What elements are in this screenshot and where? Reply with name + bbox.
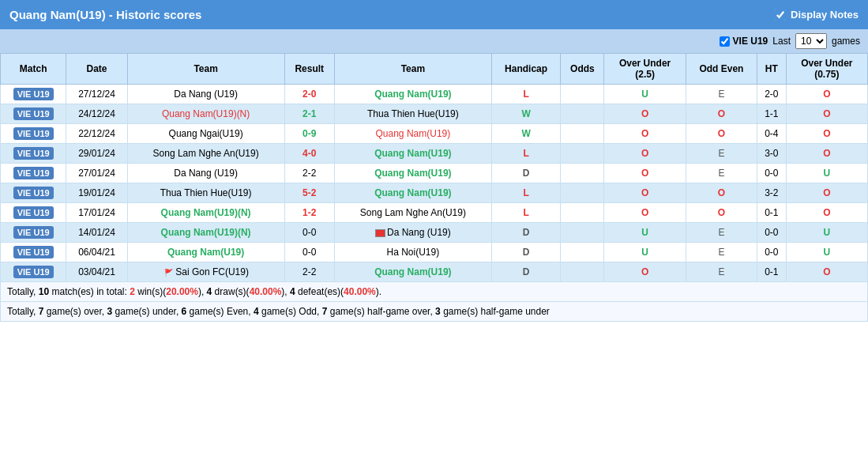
games-label: games xyxy=(832,36,860,47)
col-team2: Team xyxy=(334,54,491,85)
games-select[interactable]: 10 5 15 20 25 30 xyxy=(795,33,827,49)
over-under: O xyxy=(604,144,686,164)
match-badge: VIE U19 xyxy=(1,262,66,282)
vie-u19-checkbox[interactable] xyxy=(720,36,730,47)
table-row: VIE U1929/01/24Song Lam Nghe An(U19)4-0Q… xyxy=(1,144,868,164)
team1: Quang Nam(U19)(N) xyxy=(127,104,284,124)
col-odd-even: Odd Even xyxy=(686,54,757,85)
summary1: Totally, 10 match(es) in total: 2 win(s)… xyxy=(1,282,868,302)
ht-score: 1-1 xyxy=(757,104,787,124)
ht-score: 0-1 xyxy=(757,203,787,223)
last-label: Last xyxy=(772,36,791,47)
team2: Thua Thien Hue(U19) xyxy=(334,104,491,124)
odd-even: E xyxy=(686,243,757,262)
match-outcome: D xyxy=(491,223,561,243)
table-row: VIE U1927/12/24Da Nang (U19)2-0Quang Nam… xyxy=(1,85,868,104)
ht-score: 0-0 xyxy=(757,243,787,262)
table-row: VIE U1919/01/24Thua Thien Hue(U19)5-2Qua… xyxy=(1,183,868,203)
handicap xyxy=(561,85,604,104)
match-date: 29/01/24 xyxy=(66,144,127,164)
ht-over-under: U xyxy=(786,164,867,183)
match-date: 24/12/24 xyxy=(66,104,127,124)
match-outcome: W xyxy=(491,124,561,144)
team2: Da Nang (U19) xyxy=(334,223,491,243)
col-team1: Team xyxy=(127,54,284,85)
over-under: O xyxy=(604,104,686,124)
col-match: Match xyxy=(1,54,66,85)
match-outcome: L xyxy=(491,85,561,104)
ht-over-under: O xyxy=(786,144,867,164)
match-date: 27/12/24 xyxy=(66,85,127,104)
table-row: VIE U1906/04/21Quang Nam(U19)0-0Ha Noi(U… xyxy=(1,243,868,262)
ht-score: 2-0 xyxy=(757,85,787,104)
ht-score: 3-0 xyxy=(757,144,787,164)
match-result: 2-2 xyxy=(284,262,334,282)
odd-even: E xyxy=(686,262,757,282)
match-badge: VIE U19 xyxy=(1,104,66,124)
match-result: 2-2 xyxy=(284,164,334,183)
team1: Quang Nam(U19) xyxy=(127,243,284,262)
ht-over-under: O xyxy=(786,183,867,203)
col-odds: Odds xyxy=(561,54,604,85)
handicap xyxy=(561,262,604,282)
ht-over-under: O xyxy=(786,124,867,144)
team1: 🚩Sai Gon FC(U19) xyxy=(127,262,284,282)
odd-even: E xyxy=(686,85,757,104)
match-date: 22/12/24 xyxy=(66,124,127,144)
team2: Quang Nam(U19) xyxy=(334,164,491,183)
team2: Ha Noi(U19) xyxy=(334,243,491,262)
handicap xyxy=(561,203,604,223)
odd-even: O xyxy=(686,104,757,124)
ht-score: 0-0 xyxy=(757,223,787,243)
table-row: VIE U1922/12/24Quang Ngai(U19)0-9Quang N… xyxy=(1,124,868,144)
team1: Quang Nam(U19)(N) xyxy=(127,223,284,243)
handicap xyxy=(561,164,604,183)
over-under: U xyxy=(604,85,686,104)
over-under: O xyxy=(604,124,686,144)
match-date: 03/04/21 xyxy=(66,262,127,282)
ht-score: 0-0 xyxy=(757,164,787,183)
table-row: VIE U1917/01/24Quang Nam(U19)(N)1-2Song … xyxy=(1,203,868,223)
match-date: 17/01/24 xyxy=(66,203,127,223)
team2: Quang Nam(U19) xyxy=(334,124,491,144)
handicap xyxy=(561,144,604,164)
match-result: 2-1 xyxy=(284,104,334,124)
display-notes-checkbox[interactable] xyxy=(775,9,786,21)
team1: Da Nang (U19) xyxy=(127,164,284,183)
handicap xyxy=(561,183,604,203)
odd-even: E xyxy=(686,223,757,243)
match-date: 14/01/24 xyxy=(66,223,127,243)
over-under: U xyxy=(604,243,686,262)
match-outcome: L xyxy=(491,183,561,203)
match-result: 1-2 xyxy=(284,203,334,223)
match-badge: VIE U19 xyxy=(1,243,66,262)
match-result: 0-0 xyxy=(284,243,334,262)
match-outcome: L xyxy=(491,203,561,223)
match-date: 27/01/24 xyxy=(66,164,127,183)
header: Quang Nam(U19) - Historic scores Display… xyxy=(0,0,868,29)
match-badge: VIE U19 xyxy=(1,85,66,104)
team1: Quang Ngai(U19) xyxy=(127,124,284,144)
team1: Da Nang (U19) xyxy=(127,85,284,104)
ht-score: 0-1 xyxy=(757,262,787,282)
ht-score: 0-4 xyxy=(757,124,787,144)
table-row: VIE U1914/01/24Quang Nam(U19)(N)0-0Da Na… xyxy=(1,223,868,243)
match-badge: VIE U19 xyxy=(1,144,66,164)
match-badge: VIE U19 xyxy=(1,183,66,203)
page-title: Quang Nam(U19) - Historic scores xyxy=(9,8,201,21)
match-result: 5-2 xyxy=(284,183,334,203)
match-badge: VIE U19 xyxy=(1,223,66,243)
odd-even: O xyxy=(686,203,757,223)
handicap xyxy=(561,104,604,124)
match-badge: VIE U19 xyxy=(1,124,66,144)
handicap xyxy=(561,124,604,144)
vie-u19-filter[interactable]: VIE U19 xyxy=(720,36,768,47)
ht-score: 3-2 xyxy=(757,183,787,203)
over-under: O xyxy=(604,164,686,183)
handicap xyxy=(561,223,604,243)
display-notes-label: Display Notes xyxy=(791,9,859,21)
ht-over-under: U xyxy=(786,223,867,243)
ht-over-under: O xyxy=(786,85,867,104)
match-badge: VIE U19 xyxy=(1,164,66,183)
match-badge: VIE U19 xyxy=(1,203,66,223)
